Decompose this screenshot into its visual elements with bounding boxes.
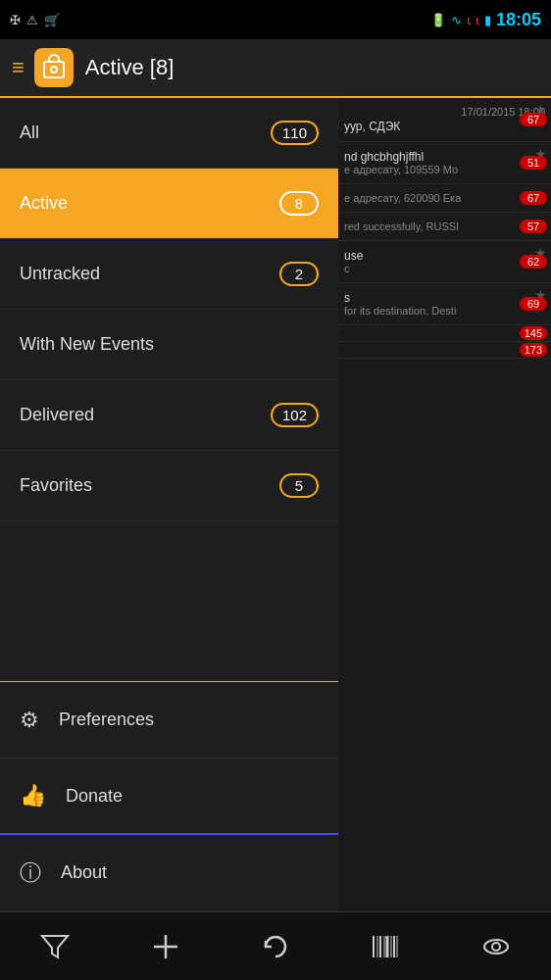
about-label: About [61,862,107,883]
thumbsup-icon: 👍 [20,783,46,808]
pkg-item-4[interactable]: red successfully, RUSSI 57 [338,213,551,241]
pkg-status-4: red successfully, RUSSI [344,220,545,232]
main-area: 17/01/2015 18:00 уур, СДЭК ★ 67 nd ghcbh… [0,98,551,911]
pkg-name-6: s [344,291,545,305]
sidebar: All 110 Active 8 Untracked 2 With New Ev… [0,98,338,911]
content-area: 17/01/2015 18:00 уур, СДЭК ★ 67 nd ghcbh… [338,98,551,911]
pkg-name-1: уур, СДЭК [344,120,545,133]
pkg-item-6[interactable]: s for its destination, Desti ★ 69 [338,283,551,325]
pkg-badge-8: 173 [520,343,547,357]
pkg-badge-7: 145 [520,326,547,340]
pkg-badge-4: 57 [520,220,547,233]
bag-icon: 🛒 [44,13,60,27]
status-left-icons: ✠ ⚠ 🛒 [10,13,60,27]
badge-all: 110 [271,121,319,145]
pkg-badge-3: 67 [520,191,547,205]
refresh-icon [261,932,290,961]
signal2-icon: ⍳ [476,13,479,27]
sidebar-item-donate[interactable]: 👍 Donate [0,759,338,835]
sidebar-item-about[interactable]: ⓘ About [0,835,338,911]
bottom-toolbar [0,911,551,980]
pkg-item-8[interactable]: 173 [338,342,551,359]
info-icon: ⓘ [20,858,41,888]
svg-rect-0 [44,62,64,77]
clock: 18:05 [496,10,541,30]
hamburger-button[interactable]: ≡ [12,55,25,80]
vibrate-icon: 🔋 [430,13,446,27]
pkg-name-2: nd ghcbhghjffhl [344,150,545,164]
status-right-icons: 🔋 ∿ ⍳ ⍳ ▮ 18:05 [430,10,541,30]
pkg-item-5[interactable]: use с ★ 62 [338,241,551,283]
sidebar-item-all[interactable]: All 110 [0,98,338,169]
gear-icon: ⚙ [20,708,39,733]
pkg-date-1: 17/01/2015 18:00 [344,106,545,118]
pkg-name-5: use [344,249,545,263]
sidebar-item-new-events[interactable]: With New Events [0,310,338,380]
svg-marker-2 [42,936,68,957]
sidebar-item-delivered[interactable]: Delivered 102 [0,380,338,451]
svg-point-14 [492,943,500,951]
pkg-item-7[interactable]: 145 [338,325,551,342]
pkg-status-6: for its destination, Desti [344,305,545,317]
header: ≡ Active [8] [0,39,551,98]
pkg-status-3: е адресату, 620090 Ека [344,192,545,204]
add-button[interactable] [136,917,195,976]
sidebar-item-preferences[interactable]: ⚙ Preferences [0,682,338,759]
status-bar: ✠ ⚠ 🛒 🔋 ∿ ⍳ ⍳ ▮ 18:05 [0,0,551,39]
eye-icon [481,932,511,961]
sidebar-item-untracked[interactable]: Untracked 2 [0,239,338,310]
badge-active: 8 [279,191,319,216]
barcode-icon [371,932,400,961]
badge-favorites: 5 [279,473,319,498]
pkg-badge-5: 62 [520,255,547,269]
eye-button[interactable] [467,917,526,976]
barcode-button[interactable] [356,917,415,976]
pkg-status-2: е адресату, 109559 Mo [344,164,545,175]
filter-button[interactable] [25,917,84,976]
sidebar-bottom: ⚙ Preferences 👍 Donate ⓘ About [0,681,338,911]
app-icon [34,48,74,87]
page-title: Active [8] [85,55,174,80]
pkg-item-2[interactable]: nd ghcbhghjffhl е адресату, 109559 Mo ★ … [338,142,551,184]
badge-untracked: 2 [279,262,319,286]
plus-icon [151,932,180,961]
sidebar-item-active[interactable]: Active 8 [0,169,338,239]
pkg-badge-6: 69 [520,297,547,311]
refresh-button[interactable] [246,917,305,976]
usb-icon: ✠ [10,13,21,27]
svg-point-1 [51,67,57,73]
preferences-label: Preferences [59,710,154,730]
pkg-badge-2: 51 [520,156,547,170]
pkg-status-5: с [344,263,545,274]
signal1-icon: ⍳ [467,13,471,27]
battery-icon: ▮ [484,13,491,27]
filter-icon [40,932,70,961]
sidebar-item-favorites[interactable]: Favorites 5 [0,451,338,521]
badge-delivered: 102 [271,403,319,427]
warning-icon: ⚠ [26,13,38,27]
donate-label: Donate [66,786,123,807]
pkg-item-1[interactable]: 17/01/2015 18:00 уур, СДЭК ★ 67 [338,98,551,142]
pkg-badge-1: 67 [520,113,547,126]
pkg-item-3[interactable]: е адресату, 620090 Ека 67 [338,184,551,213]
wifi-icon: ∿ [451,13,462,27]
